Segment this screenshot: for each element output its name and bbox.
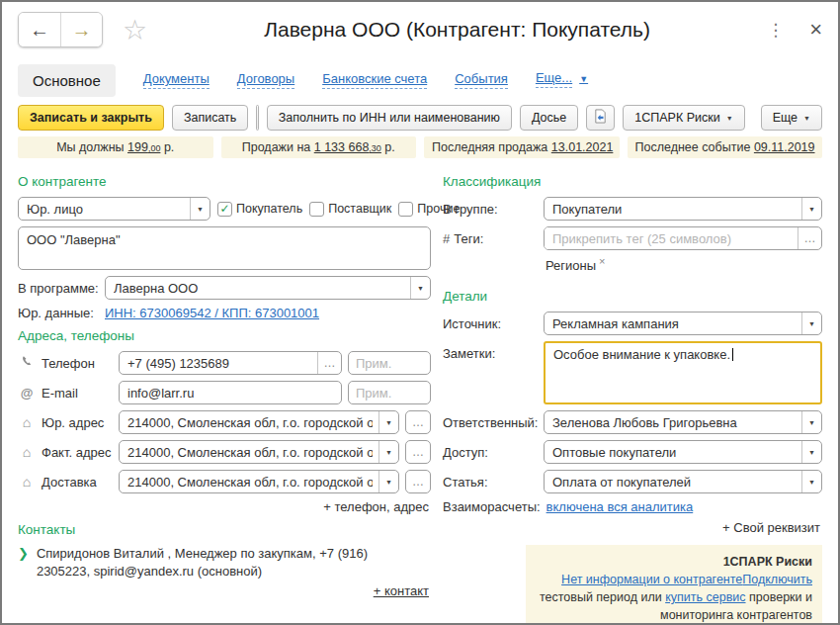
responsible-label-text: Ответственный: (443, 415, 538, 430)
legal-address-field[interactable]: 214000, Смоленская обл, г.о. городской о… (119, 410, 399, 434)
tags-field[interactable]: … (544, 226, 822, 250)
legal-type-row: Юр. лицо ▼ ✓ Покупатель Поставщик Прочие (18, 197, 431, 221)
tab-main[interactable]: Основное (18, 64, 116, 97)
chevron-down-icon: ▼ (385, 449, 392, 456)
dropdown-button[interactable]: ▼ (378, 411, 398, 433)
email-note-input[interactable] (348, 381, 431, 404)
tab-more[interactable]: Еще... ▼ (536, 70, 588, 90)
article-label: Статья: (443, 475, 538, 490)
actual-address-field[interactable]: 214000, Смоленская обл, г.о. городской о… (119, 440, 399, 464)
tab-documents[interactable]: Документы (143, 71, 210, 89)
ellipsis-button[interactable]: … (317, 352, 341, 374)
tab-events[interactable]: События (455, 71, 508, 89)
settlements-analytics-link[interactable]: включена вся аналитика (546, 499, 694, 514)
tab-contracts[interactable]: Договоры (237, 71, 294, 89)
favorite-star-icon[interactable]: ☆ (123, 14, 147, 46)
add-custom-field-link[interactable]: + Свой реквизит (443, 520, 820, 535)
dropdown-button[interactable]: ▼ (801, 198, 821, 220)
phone-note-input[interactable] (348, 351, 431, 375)
group-select[interactable]: Покупатели ▼ (544, 197, 822, 221)
responsible-select[interactable]: Зеленова Любовь Григорьевна ▼ (544, 410, 822, 434)
source-label: Источник: (443, 316, 538, 331)
dropdown-button[interactable]: ▼ (378, 471, 398, 492)
notes-textarea[interactable]: Особое внимание к упаковке. (544, 341, 822, 404)
add-phone-address-link[interactable]: + телефон, адрес (18, 499, 429, 514)
email-field[interactable]: info@larr.ru (119, 381, 342, 404)
status-value-link[interactable]: 13.01.2021 (551, 140, 614, 154)
toolbar-icon-group: ▼ ▼ (256, 105, 258, 131)
spark-text-1: тестовый период или (540, 590, 665, 604)
dossier-button[interactable]: Досье (520, 105, 578, 131)
create-based-on-button[interactable]: ▼ (257, 106, 258, 130)
forward-button[interactable]: → (60, 13, 102, 46)
settlements-label: Взаиморасчеты: (443, 499, 541, 514)
article-row: Статья: Оплата от покупателей ▼ (443, 470, 822, 493)
dropdown-button[interactable]: ▼ (801, 411, 821, 433)
status-value-link[interactable]: 1 133 668,30 (314, 140, 381, 154)
connect-trial-link[interactable]: Подключить (742, 573, 812, 586)
full-name-textarea[interactable]: ООО "Лаверна" (18, 226, 431, 270)
ellipsis-button[interactable]: … (798, 227, 821, 249)
ellipsis-button[interactable]: … (405, 410, 431, 434)
buy-service-link[interactable]: купить сервис (665, 590, 745, 604)
legal-address-row: ⌂ Юр. адрес 214000, Смоленская обл, г.о.… (18, 410, 431, 434)
form-content: О контрагенте Юр. лицо ▼ ✓ Покупатель По… (2, 162, 838, 625)
tag-chip: Регионы × (546, 258, 606, 273)
access-select[interactable]: Оптовые покупатели ▼ (544, 440, 822, 464)
phone-row: Телефон +7 (495) 1235689 … (18, 351, 431, 375)
status-frac: ,00 (148, 143, 161, 153)
save-close-button[interactable]: Записать и закрыть (18, 105, 164, 131)
dropdown-button[interactable]: ▼ (801, 471, 821, 492)
fill-by-inn-button[interactable]: Заполнить по ИНН или наименованию (267, 105, 512, 131)
dropdown-button[interactable]: ▼ (378, 441, 398, 463)
dropdown-button[interactable]: ▼ (410, 277, 430, 299)
phone-field[interactable]: +7 (495) 1235689 … (119, 351, 342, 375)
status-value-link[interactable]: 199,00 (127, 140, 160, 154)
delivery-address-field[interactable]: 214000, Смоленская обл, г.о. городской о… (119, 470, 399, 493)
source-label-text: Источник: (443, 316, 501, 331)
more-button[interactable]: Еще ▼ (761, 105, 822, 131)
remove-tag-icon[interactable]: × (599, 255, 605, 267)
dropdown-button[interactable]: ▼ (190, 198, 210, 220)
ellipsis-button[interactable]: … (405, 440, 431, 464)
in-program-value: Лаверна ООО (114, 281, 404, 296)
access-label-text: Доступ: (443, 445, 488, 460)
status-value-link[interactable]: 09.11.2019 (754, 140, 815, 154)
ellipsis-button[interactable]: … (405, 470, 431, 493)
tab-bank-accounts[interactable]: Банковские счета (322, 71, 427, 89)
checkbox-supplier[interactable]: Поставщик (309, 202, 391, 217)
left-column: О контрагенте Юр. лицо ▼ ✓ Покупатель По… (18, 166, 431, 625)
chevron-down-icon: ▼ (726, 115, 733, 122)
dropdown-button[interactable]: ▼ (801, 441, 821, 463)
status-frac: ,30 (369, 143, 381, 153)
tags-input[interactable] (545, 227, 792, 249)
status-we-owe: Мы должны 199,00 р. (18, 136, 213, 158)
no-counterparty-info-link[interactable]: Нет информации о контрагенте (561, 573, 742, 586)
back-button[interactable]: ← (19, 13, 60, 46)
in-program-select[interactable]: Лаверна ООО ▼ (105, 276, 431, 300)
text-cursor (732, 348, 733, 361)
phone-label: Телефон (42, 356, 113, 371)
document-exchange-button[interactable] (586, 105, 615, 131)
checkbox-buyer[interactable]: ✓ Покупатель (217, 202, 302, 217)
dropdown-button[interactable]: ▼ (801, 312, 821, 334)
access-row: Доступ: Оптовые покупатели ▼ (443, 440, 822, 464)
legal-address-value: 214000, Смоленская обл, г.о. городской о… (127, 415, 373, 430)
spark-risks-button[interactable]: 1СПАРК Риски ▼ (623, 105, 744, 131)
save-button[interactable]: Записать (172, 105, 248, 131)
contact-item[interactable]: ❯ Спиридонов Виталий , Менеджер по закуп… (18, 545, 431, 580)
source-select[interactable]: Рекламная кампания ▼ (544, 312, 822, 335)
tag-chip-label: Регионы (546, 258, 596, 273)
add-contact-link[interactable]: + контакт (18, 583, 429, 598)
close-icon[interactable]: × (809, 19, 822, 41)
section-classification-header: Классификация (443, 174, 822, 189)
source-row: Источник: Рекламная кампания ▼ (443, 312, 822, 335)
chevron-down-icon: ▼ (385, 419, 392, 426)
forward-arrow-icon: → (72, 19, 92, 42)
chevron-down-icon: ▼ (808, 206, 815, 213)
legal-type-select[interactable]: Юр. лицо ▼ (18, 197, 210, 221)
kebab-menu-icon[interactable]: ⋮ (767, 20, 784, 41)
inn-kpp-link[interactable]: ИНН: 6730069542 / КПП: 673001001 (105, 306, 319, 320)
article-select[interactable]: Оплата от покупателей ▼ (544, 470, 822, 493)
tab-more-label: Еще... (536, 70, 572, 88)
